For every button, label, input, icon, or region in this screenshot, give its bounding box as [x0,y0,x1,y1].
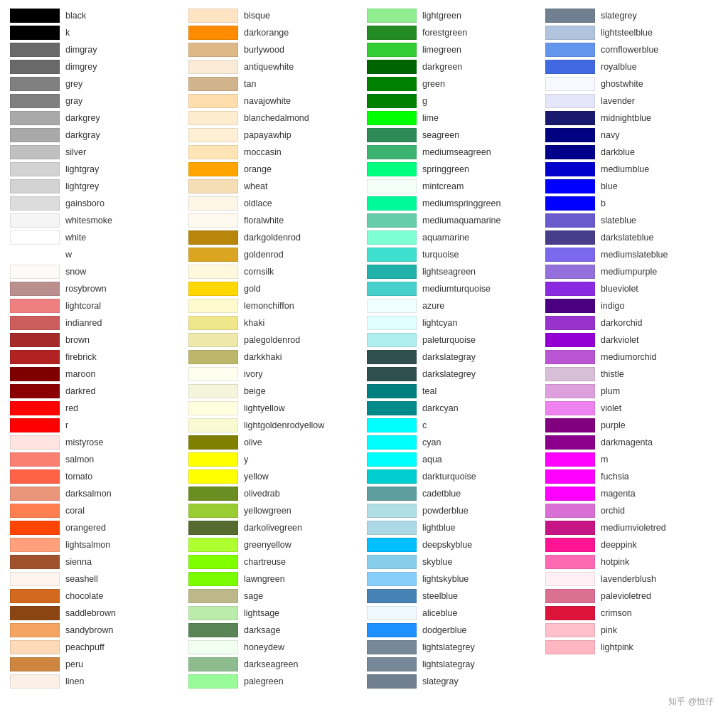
color-swatch [10,555,60,569]
color-item: sage [186,588,364,605]
watermark: 知乎 @恒仔 [7,696,721,708]
color-column-1: bisquedarkorangeburlywoodantiquewhitetan… [186,7,364,690]
color-item: violet [542,400,721,417]
color-name: y [244,455,248,464]
color-item: mintcream [364,178,542,195]
color-name: chocolate [65,591,104,601]
color-item: steelblue [364,588,542,605]
color-item: tomato [7,468,186,485]
color-swatch [545,77,595,91]
color-name: snow [65,267,86,277]
color-swatch [10,111,60,125]
color-item: darkolivegreen [186,519,364,536]
color-swatch [188,504,238,518]
color-item: white [7,229,186,246]
color-item: lightsteelblue [542,24,721,41]
color-item: mediumspringgreen [364,195,542,212]
color-item: lightyellow [186,400,364,417]
color-name: navy [601,130,619,140]
color-item: mediumaquamarine [364,212,542,229]
color-item: darkgrey [7,110,186,127]
color-column-0: blackkdimgraydimgreygreygraydarkgreydark… [7,7,186,690]
color-swatch [188,487,238,501]
color-name: lightgoldenrodyellow [244,420,324,430]
color-item: darkgreen [364,58,542,75]
color-name: darkred [65,386,95,396]
color-swatch [545,145,595,159]
color-name: blue [601,181,618,191]
color-item: goldenrod [186,246,364,263]
color-item: darkseagreen [186,656,364,673]
color-name: blanchedalmond [244,113,309,123]
color-name: khaki [244,318,264,328]
color-name: darkviolet [601,335,639,345]
color-name: darkorange [244,28,289,38]
color-item: olivedrab [186,485,364,502]
color-swatch [545,418,595,432]
color-item: salmon [7,451,186,468]
color-item: lightsage [186,605,364,622]
color-name: palevioletred [601,591,651,601]
color-name: darkslategray [422,352,476,362]
color-name: aliceblue [422,608,457,618]
color-item: cornflowerblue [542,41,721,58]
color-name: lightslategray [422,659,475,669]
color-item: navy [542,127,721,144]
color-item: powderblue [364,502,542,519]
color-name: mintcream [422,181,464,191]
color-name: aquamarine [422,233,469,243]
color-name: darkgrey [65,113,100,123]
color-swatch [545,589,595,603]
color-item: slateblue [542,212,721,229]
color-name: lightskyblue [422,574,469,584]
color-name: dimgray [65,45,97,55]
color-swatch [367,504,417,518]
color-item: paleturquoise [364,331,542,349]
color-item: lawngreen [186,570,364,588]
color-item: aqua [364,451,542,468]
color-name: mediumaquamarine [422,216,500,225]
color-item: sandybrown [7,622,186,639]
color-item: aliceblue [364,605,542,622]
color-swatch [10,487,60,501]
color-item: cadetblue [364,485,542,502]
color-swatch [545,9,595,23]
color-swatch [10,43,60,57]
color-swatch [545,367,595,381]
color-item: darkturquoise [364,468,542,485]
color-item: khaki [186,314,364,331]
color-name: slategrey [601,11,637,21]
color-swatch [10,94,60,108]
color-swatch [188,265,238,279]
color-swatch [188,248,238,262]
color-swatch [188,94,238,108]
color-name: salmon [65,455,94,464]
color-item: orange [186,161,364,178]
color-name: cornflowerblue [601,45,658,55]
color-name: royalblue [601,62,637,72]
color-swatch [367,248,417,262]
color-swatch [367,213,417,228]
color-name: lavender [601,96,635,106]
color-name: c [422,420,427,430]
color-swatch [545,640,595,654]
color-swatch [10,401,60,415]
color-item: ghostwhite [542,75,721,92]
color-swatch [10,418,60,432]
color-swatch [545,230,595,245]
color-item: lightsalmon [7,536,186,553]
color-name: cornsilk [244,267,274,277]
color-item: purple [542,417,721,434]
color-swatch [545,435,595,450]
color-swatch [545,248,595,262]
color-name: darkorchid [601,318,642,328]
color-name: aqua [422,455,442,464]
color-name: m [601,455,608,464]
color-swatch [188,572,238,586]
color-name: r [65,420,68,430]
color-swatch [10,538,60,552]
color-swatch [545,265,595,279]
color-name: purple [601,420,626,430]
color-item: lightgrey [7,178,186,195]
color-swatch [10,452,60,467]
